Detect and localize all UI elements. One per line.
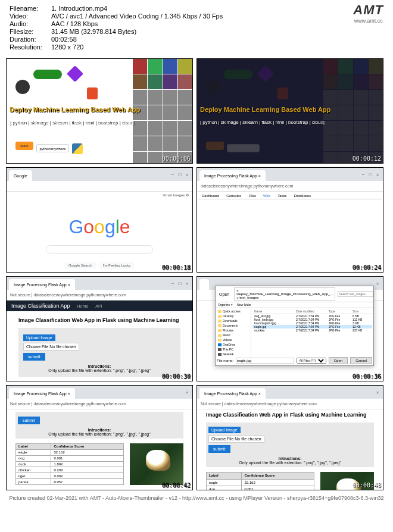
timestamp: 00:00:36 bbox=[353, 373, 381, 380]
dialog-search[interactable] bbox=[338, 291, 373, 297]
nav-home[interactable]: Home bbox=[77, 304, 89, 308]
filename-input[interactable] bbox=[236, 358, 294, 364]
thumbnail-3: Google −□× Gmail Images ⚙ Google Google … bbox=[6, 167, 193, 273]
sidebar-network[interactable]: Network bbox=[217, 352, 249, 356]
timestamp: 00:00:48 bbox=[353, 482, 381, 489]
choose-file-button[interactable]: Choose File No file chosen bbox=[23, 343, 79, 351]
maximize-icon[interactable]: □ bbox=[367, 171, 373, 177]
browser-tab[interactable]: Image Processing Flask App × bbox=[199, 170, 266, 181]
close-icon[interactable]: × bbox=[375, 171, 380, 177]
duration-value: 00:02:58 bbox=[51, 36, 77, 43]
bootstrap-icon bbox=[67, 65, 83, 82]
minimize-icon[interactable]: − bbox=[360, 171, 366, 177]
address-bar[interactable]: Not secure | datascienceanywhereimage.py… bbox=[7, 399, 192, 409]
new-folder-button[interactable]: New folder bbox=[237, 303, 251, 306]
sidebar-onedrive[interactable]: OneDrive bbox=[217, 342, 249, 347]
tab-web[interactable]: Web bbox=[260, 193, 274, 199]
maximize-icon[interactable]: □ bbox=[177, 171, 183, 177]
browser-tab[interactable] bbox=[199, 279, 209, 290]
sidebar-this-pc[interactable]: This PC bbox=[217, 347, 249, 352]
browser-tab[interactable]: Image Processing Flask App × bbox=[9, 279, 75, 290]
result-image bbox=[130, 443, 183, 485]
course-subtitle: | python | skimage | sklearn | flask | h… bbox=[200, 120, 325, 125]
sidebar-music[interactable]: Music bbox=[217, 333, 249, 337]
flask-icon bbox=[206, 80, 220, 94]
thumbnail-4: Image Processing Flask App × −□× datasci… bbox=[196, 167, 383, 273]
minimize-icon[interactable]: − bbox=[170, 171, 176, 177]
minimize-icon[interactable]: − bbox=[170, 280, 176, 286]
scikit-image-badge bbox=[224, 70, 252, 79]
timestamp: 00:00:12 bbox=[353, 155, 381, 162]
sidebar-quick-access[interactable]: Quick access bbox=[217, 309, 249, 314]
upload-label: Upload Image bbox=[23, 334, 55, 341]
sidebar-downloads[interactable]: Downloads bbox=[217, 318, 249, 323]
sidebar-videos[interactable]: Videos bbox=[217, 337, 249, 342]
browser-tab[interactable]: Image Processing Flask App × bbox=[9, 388, 75, 399]
tab-tasks[interactable]: Tasks bbox=[274, 193, 290, 199]
open-button[interactable]: Open bbox=[329, 357, 348, 364]
address-bar[interactable]: Not secure | datascienceanywhereimage.py… bbox=[7, 290, 192, 301]
resolution-value: 1280 x 720 bbox=[51, 43, 83, 51]
table-row: dog0.001 bbox=[16, 455, 124, 461]
file-list: NameDate modifiedTypeSize dog_test.jpg2/… bbox=[251, 308, 373, 363]
upload-section: Upload Image Choose File No file chosen … bbox=[18, 328, 180, 377]
image-grid bbox=[133, 59, 192, 163]
cancel-button[interactable]: Cancel bbox=[350, 357, 372, 364]
close-icon[interactable]: × bbox=[375, 280, 380, 286]
filename-label: File name: bbox=[217, 359, 233, 362]
tab-consoles[interactable]: Consoles bbox=[223, 193, 245, 199]
instructions-text: Only upload the file with extention: ".p… bbox=[18, 432, 181, 436]
results-table: LabelConfidence Score eagle32.162 dog0.0… bbox=[206, 472, 314, 490]
address-bar[interactable]: datascienceanywhereimage.pythonanywhere.… bbox=[197, 181, 383, 192]
feeling-lucky-button[interactable]: I'm Feeling Lucky bbox=[99, 262, 135, 269]
video-label: Video: bbox=[10, 12, 51, 20]
image-grid bbox=[323, 59, 383, 163]
search-input[interactable] bbox=[46, 245, 153, 254]
filename-value: 1. Introduction.mp4 bbox=[51, 5, 107, 12]
google-search-button[interactable]: Google Search bbox=[65, 262, 96, 269]
file-info-table: Filename:1. Introduction.mp4 Video:AVC /… bbox=[10, 5, 383, 51]
instructions-title: Intructions: bbox=[208, 456, 372, 461]
scikit-image-badge bbox=[33, 70, 62, 79]
thumbnail-8: Image Processing Flask App × × Not secur… bbox=[196, 385, 383, 490]
tab-files[interactable]: Files bbox=[245, 193, 260, 199]
audio-label: Audio: bbox=[10, 20, 51, 27]
close-icon[interactable]: × bbox=[184, 280, 190, 286]
tab-databases[interactable]: Databases bbox=[291, 193, 315, 199]
address-bar[interactable] bbox=[7, 181, 192, 192]
course-title: Deploy Machine Learning Based Web App bbox=[200, 106, 330, 113]
submit-button[interactable]: submit bbox=[208, 445, 230, 453]
table-row: eagle32.162 bbox=[16, 449, 124, 455]
dialog-titlebar: Open « Deploy_Machine_Learning_Image_Pro… bbox=[216, 286, 373, 302]
address-bar[interactable]: Not secure | datascienceanywhereimage.py… bbox=[197, 399, 383, 409]
browser-tab[interactable]: Image Processing Flask App × bbox=[199, 388, 266, 399]
choose-file-button[interactable]: Choose File No file chosen bbox=[208, 435, 264, 443]
footer-credit: Picture created 02-Mar-2021 with AMT - A… bbox=[0, 493, 393, 503]
sidebar-pictures[interactable]: Pictures bbox=[217, 328, 249, 333]
page-title: Image Classification Web App in Flask us… bbox=[206, 412, 374, 418]
browser-tab[interactable]: Google bbox=[9, 170, 32, 181]
sidebar-documents[interactable]: Documents bbox=[217, 323, 249, 328]
submit-button[interactable]: submit bbox=[23, 353, 45, 361]
pythonanywhere-badge bbox=[227, 144, 260, 152]
file-row[interactable]: monkey2/7/2021 7:34 PMJPG File237 KB bbox=[252, 328, 372, 332]
submit-button[interactable]: submit bbox=[18, 417, 40, 424]
close-icon[interactable]: × bbox=[375, 389, 380, 395]
sidebar-desktop[interactable]: Desktop bbox=[217, 314, 249, 318]
timestamp: 00:00:18 bbox=[162, 264, 191, 271]
maximize-icon[interactable]: □ bbox=[177, 280, 183, 286]
app-brand: Image Classification App bbox=[11, 303, 70, 309]
table-row: tiger0.002 bbox=[16, 473, 124, 479]
thumbnail-grid: learn pythonanywhere Deploy Machine Lear… bbox=[0, 56, 393, 493]
flask-icon bbox=[15, 80, 30, 94]
organize-button[interactable]: Organize ▾ bbox=[218, 303, 233, 306]
close-icon[interactable]: × bbox=[184, 171, 190, 177]
close-icon[interactable]: × bbox=[184, 389, 190, 395]
timestamp: 00:00:06 bbox=[162, 155, 191, 162]
dialog-path[interactable]: « Deploy_Machine_Learning_Image_Processi… bbox=[234, 287, 335, 301]
nav-api[interactable]: API bbox=[95, 304, 102, 308]
table-row: chicken0.203 bbox=[16, 467, 124, 473]
tab-dashboard[interactable]: Dashboard bbox=[198, 193, 223, 199]
pythonanywhere-badge: pythonanywhere bbox=[36, 144, 69, 152]
filter-select[interactable]: All Files (*.*) bbox=[297, 358, 326, 364]
